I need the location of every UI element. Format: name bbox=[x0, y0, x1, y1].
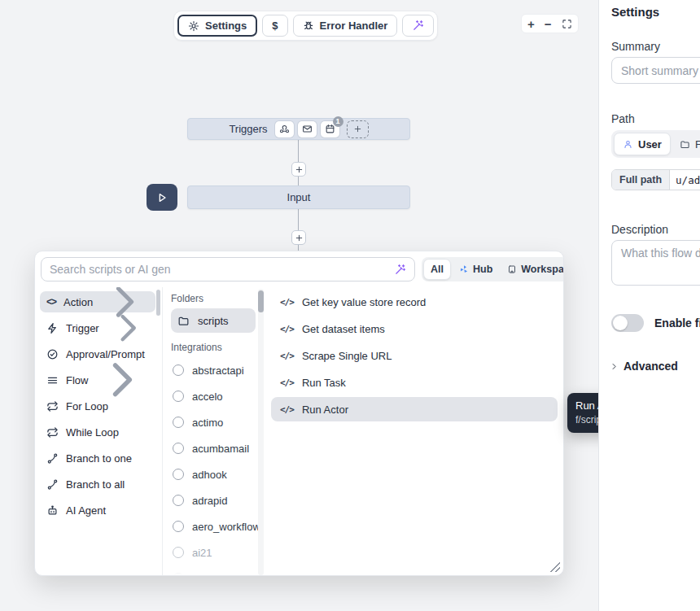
integration-item[interactable]: adrapid bbox=[171, 487, 256, 513]
step-picker-modal: All Hub Workspace <> Action Trigger bbox=[34, 251, 564, 576]
add-trigger-button[interactable] bbox=[347, 120, 369, 138]
integration-item[interactable]: ai21 bbox=[171, 539, 256, 565]
plus-icon bbox=[295, 233, 304, 242]
chevron-right-icon bbox=[95, 353, 149, 407]
integration-item[interactable]: airtable bbox=[171, 565, 256, 575]
repeat-icon bbox=[46, 426, 59, 439]
folder-icon bbox=[680, 139, 690, 150]
person-icon bbox=[623, 139, 633, 150]
integrations-header: Integrations bbox=[171, 342, 256, 353]
script-item-run-actor[interactable]: </>Run Actor bbox=[271, 397, 558, 421]
triggers-node[interactable]: Triggers 1 bbox=[187, 118, 410, 140]
script-list: </>Get key value store record </>Get dat… bbox=[265, 287, 563, 575]
app-logo-placeholder bbox=[173, 443, 184, 454]
category-branch-to-one[interactable]: Branch to one bbox=[40, 447, 155, 469]
connector-line bbox=[298, 209, 299, 230]
filter-hub-label: Hub bbox=[473, 264, 492, 275]
plus-icon bbox=[353, 124, 362, 133]
search-box bbox=[41, 257, 415, 281]
app-logo-placeholder bbox=[173, 417, 184, 428]
triggers-node-label: Triggers bbox=[229, 123, 267, 135]
description-textarea[interactable] bbox=[611, 240, 700, 286]
plus-icon bbox=[295, 165, 304, 174]
input-node-label: Input bbox=[287, 191, 311, 203]
ai-generate-icon[interactable] bbox=[394, 264, 406, 276]
filter-hub[interactable]: Hub bbox=[453, 259, 499, 280]
panel-title: Settings bbox=[611, 5, 659, 19]
scrollbar-thumb[interactable] bbox=[258, 290, 264, 312]
settings-button[interactable]: Settings bbox=[177, 15, 257, 37]
check-circle-icon bbox=[46, 348, 59, 360]
ai-wand-button[interactable] bbox=[402, 15, 434, 37]
scrollbar-track[interactable] bbox=[258, 289, 264, 575]
zoom-in-button[interactable]: + bbox=[527, 18, 535, 30]
code-icon: </> bbox=[280, 378, 294, 388]
integration-item[interactable]: aero_workflow bbox=[171, 513, 256, 539]
integration-item[interactable]: actimo bbox=[171, 409, 256, 435]
schedule-trigger-button[interactable]: 1 bbox=[321, 121, 339, 137]
toggle-label: Enable fi bbox=[654, 316, 700, 330]
wand-icon bbox=[412, 20, 424, 32]
chevron-right-icon bbox=[107, 307, 149, 349]
webhook-icon bbox=[279, 124, 290, 134]
branch-icon bbox=[46, 452, 59, 465]
settings-panel: Settings Summary Path User Folder Full p… bbox=[598, 0, 700, 611]
script-item[interactable]: </>Scrape Single URL bbox=[271, 343, 558, 368]
chevron-right-icon bbox=[610, 362, 619, 371]
pricing-button[interactable]: $ bbox=[262, 15, 287, 37]
connector-line bbox=[298, 245, 299, 251]
script-item[interactable]: </>Get key value store record bbox=[271, 290, 558, 314]
bot-icon bbox=[46, 504, 59, 517]
modal-header: All Hub Workspace bbox=[35, 251, 563, 287]
error-handler-button[interactable]: Error Handler bbox=[293, 15, 398, 37]
tab-user[interactable]: User bbox=[614, 133, 671, 155]
filter-all[interactable]: All bbox=[423, 259, 451, 280]
gear-icon bbox=[188, 20, 199, 32]
scrollbar-thumb[interactable] bbox=[156, 290, 160, 316]
category-ai-agent[interactable]: AI Agent bbox=[40, 500, 155, 521]
code-icon: </> bbox=[280, 351, 294, 361]
toggle-knob bbox=[613, 316, 628, 330]
integration-item[interactable]: abstractapi bbox=[171, 357, 256, 383]
mail-icon bbox=[302, 124, 313, 134]
folder-scripts[interactable]: scripts bbox=[171, 308, 256, 333]
category-while-loop[interactable]: While Loop bbox=[40, 421, 155, 443]
category-branch-to-all[interactable]: Branch to all bbox=[40, 474, 155, 495]
top-toolbar: Settings $ Error Handler bbox=[173, 11, 438, 41]
insert-step-button[interactable] bbox=[291, 162, 306, 177]
insert-step-button[interactable] bbox=[291, 230, 306, 245]
settings-button-label: Settings bbox=[205, 20, 247, 32]
integration-item[interactable]: adhook bbox=[171, 461, 256, 487]
code-icon: </> bbox=[280, 324, 294, 334]
fit-view-button[interactable] bbox=[562, 19, 572, 29]
script-item[interactable]: </>Run Task bbox=[271, 370, 558, 395]
enable-toggle[interactable] bbox=[611, 314, 644, 332]
schedule-count-badge: 1 bbox=[333, 116, 343, 127]
app-logo-placeholder bbox=[173, 547, 184, 558]
email-trigger-button[interactable] bbox=[298, 121, 317, 137]
category-flow[interactable]: Flow bbox=[40, 369, 155, 391]
integration-item[interactable]: acumbamail bbox=[171, 435, 256, 461]
integration-item[interactable]: accelo bbox=[171, 383, 256, 409]
app-logo-placeholder bbox=[173, 495, 184, 506]
maximize-icon bbox=[562, 19, 572, 29]
calendar-icon bbox=[325, 124, 335, 134]
filter-workspace[interactable]: Workspace bbox=[501, 259, 564, 280]
input-node[interactable]: Input bbox=[187, 185, 410, 209]
modal-body: <> Action Trigger Approval/Prompt Flow bbox=[35, 287, 563, 575]
repeat-icon bbox=[46, 400, 59, 412]
summary-input[interactable] bbox=[611, 57, 700, 84]
path-label: Path bbox=[611, 112, 635, 125]
tab-folder[interactable]: Folder bbox=[675, 138, 700, 151]
webhook-trigger-button[interactable] bbox=[275, 121, 294, 137]
search-input[interactable] bbox=[50, 263, 387, 276]
full-path-value[interactable]: u/admin bbox=[670, 170, 700, 190]
run-flow-button[interactable] bbox=[147, 184, 177, 211]
full-path-row: Full path u/admin bbox=[611, 169, 700, 190]
advanced-section-toggle[interactable]: Advanced bbox=[610, 360, 678, 373]
zoom-out-button[interactable]: − bbox=[545, 18, 552, 30]
script-item[interactable]: </>Get dataset items bbox=[271, 316, 558, 341]
category-trigger[interactable]: Trigger bbox=[40, 317, 155, 338]
bug-icon bbox=[303, 20, 314, 32]
path-owner-tabs: User Folder bbox=[611, 130, 700, 158]
